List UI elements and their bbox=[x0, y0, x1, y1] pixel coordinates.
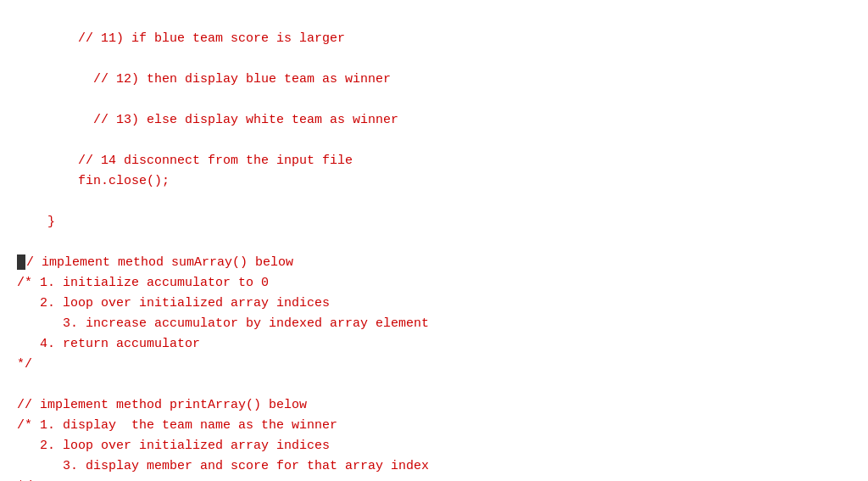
code-line: 3. display member and score for that arr… bbox=[17, 456, 851, 477]
code-line bbox=[17, 90, 851, 110]
code-line: // 13) else display white team as winner bbox=[17, 110, 851, 131]
code-line: 3. increase accumulator by indexed array… bbox=[17, 314, 851, 334]
code-line bbox=[17, 49, 851, 70]
code-line: // 14 disconnect from the input file bbox=[17, 151, 851, 171]
code-line bbox=[17, 131, 851, 151]
text-cursor bbox=[17, 254, 25, 270]
code-line: // 11) if blue team score is larger bbox=[17, 29, 851, 49]
code-line: // implement method printArray() below bbox=[17, 395, 851, 416]
code-line: } bbox=[17, 212, 851, 232]
code-line: 2. loop over initialized array indices bbox=[17, 436, 851, 456]
code-line-cursor: / implement method sumArray() below bbox=[17, 253, 851, 273]
code-line: /* 1. initialize accumulator to 0 bbox=[17, 273, 851, 294]
code-line: */ bbox=[17, 355, 851, 375]
code-line: /* 1. display the team name as the winne… bbox=[17, 416, 851, 436]
code-line: */ bbox=[17, 477, 851, 481]
code-editor: // 11) if blue team score is larger // 1… bbox=[0, 0, 868, 481]
code-line: 2. loop over initialized array indices bbox=[17, 294, 851, 314]
code-line: // 12) then display blue team as winner bbox=[17, 70, 851, 90]
code-line bbox=[17, 232, 851, 253]
code-line bbox=[17, 375, 851, 395]
code-line: 4. return accumulator bbox=[17, 334, 851, 355]
code-line bbox=[17, 192, 851, 212]
code-line: fin.close(); bbox=[17, 171, 851, 192]
